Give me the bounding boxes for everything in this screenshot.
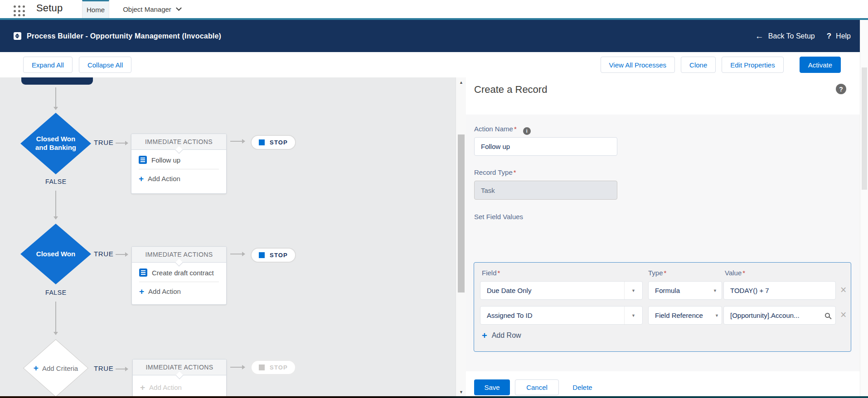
scroll-up-icon[interactable]: ▲ xyxy=(456,80,466,85)
required-asterisk: * xyxy=(514,125,517,133)
required-asterisk: * xyxy=(514,168,516,176)
value-lookup-row2[interactable]: [Opportunity].Accoun... xyxy=(723,306,836,325)
save-button[interactable]: Save xyxy=(474,379,510,395)
value-text: TODAY() + 7 xyxy=(730,287,830,294)
field-select-value: Assigned To ID xyxy=(480,312,624,319)
info-icon[interactable]: i xyxy=(523,127,531,135)
panel-title: Create a Record xyxy=(474,84,547,96)
add-criteria-diamond[interactable]: + Add Criteria xyxy=(23,339,88,397)
process-builder-header: Process Builder - Opportunity Management… xyxy=(0,20,860,52)
view-all-processes-button[interactable]: View All Processes xyxy=(601,57,675,73)
back-to-setup-link[interactable]: ← Back To Setup xyxy=(755,31,815,41)
collapse-all-button[interactable]: Collapse All xyxy=(79,57,131,73)
field-select-value: Due Date Only xyxy=(480,287,624,294)
window-bottom-edge xyxy=(0,396,868,398)
action-record-icon xyxy=(139,156,147,164)
help-link[interactable]: ? Help xyxy=(827,32,851,41)
connector-right-arrow xyxy=(230,367,244,368)
immediate-actions-header: IMMEDIATE ACTIONS xyxy=(132,247,226,263)
record-type-label: Record Type* xyxy=(474,168,516,176)
stop-label: STOP xyxy=(270,139,288,146)
setup-logo: Setup xyxy=(36,2,63,14)
true-label: TRUE xyxy=(94,139,113,146)
type-column-header: Type* xyxy=(648,269,666,277)
scroll-down-icon[interactable]: ▼ xyxy=(456,390,466,394)
tab-object-manager-label: Object Manager xyxy=(123,5,171,13)
panel-form: Action Name* i Follow up Record Type* Ta… xyxy=(466,115,860,371)
type-select-value: Field Reference xyxy=(649,312,715,319)
type-select-row2[interactable]: Field Reference ▼ xyxy=(648,306,722,325)
clone-button[interactable]: Clone xyxy=(681,57,716,73)
value-input-row1[interactable]: TODAY() + 7 xyxy=(723,281,836,300)
immediate-actions-box: IMMEDIATE ACTIONS Create draft contract … xyxy=(131,246,227,305)
immediate-actions-box: IMMEDIATE ACTIONS Follow up + Add Action xyxy=(131,134,227,194)
criteria-diamond-closed-won-and-banking[interactable]: Closed Won and Banking xyxy=(20,113,91,174)
connector-right-arrow xyxy=(116,369,127,369)
action-name-value: Follow up xyxy=(481,143,510,150)
expand-all-button[interactable]: Expand All xyxy=(23,57,73,73)
edit-properties-button[interactable]: Edit Properties xyxy=(722,57,783,73)
delete-button[interactable]: Delete xyxy=(567,379,598,395)
dropdown-arrow-icon: ▼ xyxy=(624,282,642,299)
stop-square-icon xyxy=(259,364,265,370)
add-criteria-inner: + Add Criteria xyxy=(24,340,88,397)
canvas-scrollbar-thumb[interactable] xyxy=(458,134,465,293)
record-type-value: Task xyxy=(481,187,495,194)
field-select-row2[interactable]: Assigned To ID ▼ xyxy=(480,306,643,325)
true-label: TRUE xyxy=(94,250,113,258)
page-scrollbar-thumb[interactable] xyxy=(862,67,867,190)
required-asterisk: * xyxy=(664,269,667,277)
add-action-link[interactable]: + Add Action xyxy=(131,169,226,188)
plus-icon: + xyxy=(34,363,39,373)
process-toolbar: Expand All Collapse All View All Process… xyxy=(0,52,860,77)
plus-icon: + xyxy=(139,174,144,183)
app-launcher-waffle-icon[interactable] xyxy=(14,5,26,17)
stop-label: STOP xyxy=(270,364,288,371)
add-row-link[interactable]: + Add Row xyxy=(482,331,521,340)
tab-home[interactable]: Home xyxy=(82,0,109,18)
add-criteria-label: Add Criteria xyxy=(42,364,78,372)
panel-help-icon[interactable]: ? xyxy=(836,84,846,94)
remove-row-icon[interactable]: × xyxy=(840,310,846,320)
dropdown-arrow-icon: ▼ xyxy=(715,313,722,318)
help-question-icon: ? xyxy=(827,32,831,41)
immediate-actions-header: IMMEDIATE ACTIONS xyxy=(133,360,226,375)
help-label: Help xyxy=(836,32,851,40)
tab-object-manager[interactable]: Object Manager xyxy=(109,0,194,18)
activate-button[interactable]: Activate xyxy=(800,57,841,73)
set-field-values-table: Field* Type* Value* Due Date Only ▼ Form… xyxy=(474,262,851,352)
immediate-actions-title: IMMEDIATE ACTIONS xyxy=(146,364,213,371)
stop-node: STOP xyxy=(251,135,296,150)
connector-down-arrow xyxy=(55,191,56,219)
remove-row-icon[interactable]: × xyxy=(840,285,846,295)
criteria-diamond-closed-won[interactable]: Closed Won xyxy=(20,224,91,284)
stop-label: STOP xyxy=(270,252,288,259)
connector-down-arrow xyxy=(55,87,56,109)
field-select-row1[interactable]: Due Date Only ▼ xyxy=(480,281,643,300)
create-record-panel: Create a Record ? Action Name* i Follow … xyxy=(466,77,860,398)
page-scrollbar[interactable] xyxy=(860,20,868,398)
cancel-button[interactable]: Cancel xyxy=(515,379,559,395)
required-asterisk: * xyxy=(742,269,745,277)
immediate-actions-title: IMMEDIATE ACTIONS xyxy=(145,251,213,258)
stop-square-icon xyxy=(259,252,265,258)
process-start-node[interactable] xyxy=(21,77,93,85)
record-type-input-disabled: Task xyxy=(474,181,617,200)
type-select-row1[interactable]: Formula ▼ xyxy=(648,281,722,300)
required-asterisk: * xyxy=(498,269,500,277)
dropdown-arrow-icon: ▼ xyxy=(713,288,722,293)
criteria-label: Closed Won xyxy=(36,250,75,259)
immediate-actions-title: IMMEDIATE ACTIONS xyxy=(145,138,213,145)
false-label: FALSE xyxy=(45,289,67,296)
setup-tab-bar: Setup Home Object Manager xyxy=(0,0,868,18)
stop-node: STOP xyxy=(251,248,296,263)
canvas-scrollbar[interactable]: ▲ ▼ xyxy=(456,77,466,398)
plus-icon: + xyxy=(139,287,144,296)
set-field-values-label: Set Field Values xyxy=(474,213,523,221)
chevron-down-icon xyxy=(176,5,182,11)
action-name-input[interactable]: Follow up xyxy=(474,137,617,156)
connector-right-arrow xyxy=(230,141,244,142)
add-action-link[interactable]: + Add Action xyxy=(132,282,226,301)
immediate-actions-header: IMMEDIATE ACTIONS xyxy=(131,134,226,150)
stop-node-inactive: STOP xyxy=(251,360,296,375)
